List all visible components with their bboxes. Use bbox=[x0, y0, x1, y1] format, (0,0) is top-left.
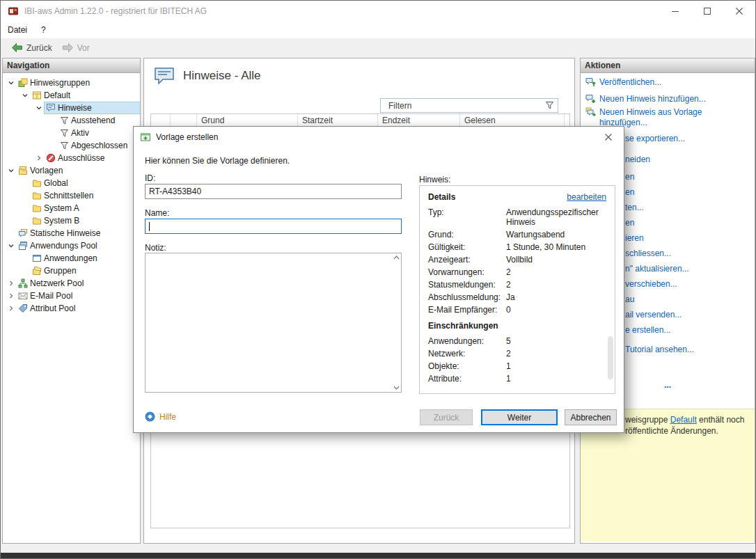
details-scrollbar-thumb[interactable] bbox=[608, 336, 613, 379]
tree-item-label: Netzwerk Pool bbox=[30, 278, 84, 288]
detail-label: Vorwarnungen: bbox=[428, 267, 506, 277]
tree-item-label: Abgeschlossen bbox=[71, 141, 127, 150]
back-button[interactable]: Zurück bbox=[6, 41, 57, 54]
tree-collapsed-chevron-icon[interactable] bbox=[6, 292, 17, 300]
table-column-header-endzeit[interactable]: Endzeit bbox=[378, 114, 460, 126]
detail-row-typ: Typ:Anwendungsspezifischer Hinweis bbox=[428, 207, 606, 227]
menu-help[interactable]: ? bbox=[34, 25, 53, 35]
action-item-ail-versenden[interactable]: ail versenden... bbox=[625, 310, 750, 320]
bearbeiten-link[interactable]: bearbeiten bbox=[567, 192, 606, 202]
dialog-close-button[interactable] bbox=[592, 127, 624, 147]
action-item-e-erstellen[interactable]: e erstellen... bbox=[625, 325, 750, 336]
detail-row-attribute: Attribute:1 bbox=[428, 374, 606, 384]
scroll-up-arrow-icon[interactable] bbox=[393, 255, 400, 260]
tree-item-hinweisgruppen[interactable]: Hinweisgruppen bbox=[3, 77, 140, 89]
detail-row-vorwarnungen: Vorwarnungen:2 bbox=[428, 267, 606, 277]
back-arrow-icon bbox=[11, 42, 23, 53]
tree-item-label-wrap: Hinweisgruppen bbox=[17, 77, 140, 88]
name-input[interactable] bbox=[145, 219, 402, 234]
menu-datei[interactable]: Datei bbox=[1, 25, 34, 35]
tree-item-abgeschlossen[interactable]: Abgeschlossen bbox=[3, 139, 140, 152]
tree-item-hinweise[interactable]: Hinweise bbox=[3, 102, 140, 114]
folder-icon bbox=[32, 203, 42, 213]
action-item-en[interactable]: en bbox=[625, 172, 750, 182]
weiter-button[interactable]: Weiter bbox=[481, 409, 558, 425]
detail-label: Abschlussmeldung: bbox=[428, 292, 506, 302]
close-icon bbox=[605, 134, 612, 141]
table-column-header-gelesen[interactable]: Gelesen bbox=[460, 114, 565, 126]
help-link[interactable]: Hilfe bbox=[145, 411, 176, 422]
action-item-se-exportieren[interactable]: se exportieren... bbox=[625, 134, 750, 144]
tree-item-e-mail-pool[interactable]: E-Mail Pool bbox=[3, 290, 140, 302]
tree-item-ausstehend[interactable]: Ausstehend bbox=[3, 114, 140, 127]
action-item-au[interactable]: au bbox=[625, 294, 750, 305]
tree-item-attribut-pool[interactable]: Attribut Pool bbox=[3, 302, 140, 315]
action-item-neuen-hinweis-hinzuf-gen[interactable]: Neuen Hinweis hinzufügen... bbox=[585, 94, 750, 104]
tree-item-anwendungen[interactable]: Anwendungen bbox=[3, 252, 140, 265]
table-column-header-item[interactable] bbox=[151, 114, 171, 126]
detail-value: Wartungsabend bbox=[506, 230, 606, 239]
action-item-ieren[interactable]: ieren bbox=[625, 233, 750, 244]
close-button[interactable] bbox=[723, 1, 755, 22]
tree-expanded-chevron-icon[interactable] bbox=[19, 91, 31, 100]
tree-item-anwendungs-pool[interactable]: Anwendungs Pool bbox=[3, 239, 140, 252]
tree-item-label: Statische Hinweise bbox=[30, 228, 100, 238]
attribut-pool-icon bbox=[18, 304, 28, 313]
action-label: verschieben... bbox=[625, 279, 677, 290]
back-label: Zurück bbox=[26, 43, 52, 53]
detail-row-netzwerk: Netzwerk:2 bbox=[428, 349, 606, 359]
scroll-down-arrow-icon[interactable] bbox=[393, 386, 400, 390]
action-item-ver-ffentlichen[interactable]: Veröffentlichen... bbox=[585, 77, 750, 88]
tree-expanded-chevron-icon[interactable] bbox=[6, 166, 17, 175]
abbrechen-button[interactable]: Abbrechen bbox=[565, 409, 617, 425]
table-column-header-startzeit[interactable]: Startzeit bbox=[298, 114, 378, 126]
action-label: ten... bbox=[625, 203, 644, 213]
tree-item-statische-hinweise[interactable]: Statische Hinweise bbox=[3, 227, 140, 239]
notiz-textarea[interactable] bbox=[145, 253, 402, 393]
tree-item-label-wrap: Vorlagen bbox=[17, 165, 140, 176]
detail-label: Grund: bbox=[428, 230, 506, 239]
action-item-en[interactable]: en bbox=[625, 187, 750, 198]
filter-input[interactable]: Filtern bbox=[380, 98, 558, 113]
tree-expanded-chevron-icon[interactable] bbox=[33, 104, 45, 112]
tree-expanded-chevron-icon[interactable] bbox=[6, 242, 17, 250]
window-title: IBI-aws Admin 1.22.0 - registriert für I… bbox=[24, 6, 207, 16]
tree-item-default[interactable]: Default bbox=[3, 89, 140, 102]
tree-item-system-b[interactable]: System B bbox=[3, 214, 140, 227]
table-column-header-grund[interactable]: Grund bbox=[197, 114, 298, 126]
tree-item-vorlagen[interactable]: Vorlagen bbox=[3, 164, 140, 177]
action-item-neiden[interactable]: neiden bbox=[625, 155, 750, 165]
detail-row-objekte: Objekte:1 bbox=[428, 361, 606, 371]
forward-button[interactable]: Vor bbox=[57, 41, 95, 54]
id-label: ID: bbox=[145, 173, 155, 183]
action-item-schliessen[interactable]: schliessen... bbox=[625, 249, 750, 259]
tree-collapsed-chevron-icon[interactable] bbox=[6, 279, 17, 288]
window-controls bbox=[659, 1, 755, 22]
action-item-neuen-hinweis-aus-vorlage-hinzuf-gen[interactable]: Neuen Hinweis aus Vorlage hinzufügen... bbox=[585, 107, 750, 128]
table-column-header-item[interactable] bbox=[171, 114, 197, 126]
action-item-ten[interactable]: ten... bbox=[625, 203, 750, 213]
detail-row-anwendungen: Anwendungen:5 bbox=[428, 336, 606, 346]
action-item-n-aktualisieren[interactable]: n" aktualisieren... bbox=[625, 264, 750, 274]
action-item-tutorial-ansehen[interactable]: Tutorial ansehen... bbox=[625, 345, 750, 355]
tree-item-global[interactable]: Global bbox=[3, 177, 140, 189]
notification-default-link[interactable]: Default bbox=[670, 415, 697, 425]
minimize-button[interactable] bbox=[659, 1, 691, 22]
action-label: neiden bbox=[625, 155, 650, 165]
tree-item-schnittstellen[interactable]: Schnittstellen bbox=[3, 189, 140, 202]
action-item-en[interactable]: en bbox=[625, 218, 750, 228]
tree-collapsed-chevron-icon[interactable] bbox=[6, 304, 17, 313]
tree-collapsed-chevron-icon[interactable] bbox=[33, 154, 45, 162]
funnel-icon[interactable] bbox=[545, 101, 554, 110]
notification-text: weisgruppe bbox=[625, 415, 670, 425]
maximize-button[interactable] bbox=[691, 1, 723, 22]
action-item-verschieben[interactable]: verschieben... bbox=[625, 279, 750, 290]
tree-expanded-chevron-icon[interactable] bbox=[6, 79, 17, 87]
tree-item-netzwerk-pool[interactable]: Netzwerk Pool bbox=[3, 277, 140, 290]
tree-item-ausschl-sse[interactable]: Ausschlüsse bbox=[3, 152, 140, 164]
tree-item-label: Attribut Pool bbox=[30, 304, 75, 313]
tree-item-aktiv[interactable]: Aktiv bbox=[3, 127, 140, 139]
tree-item-gruppen[interactable]: Gruppen bbox=[3, 265, 140, 277]
tree-item-system-a[interactable]: System A bbox=[3, 202, 140, 214]
id-input[interactable]: RT-A4353B40 bbox=[145, 184, 402, 199]
